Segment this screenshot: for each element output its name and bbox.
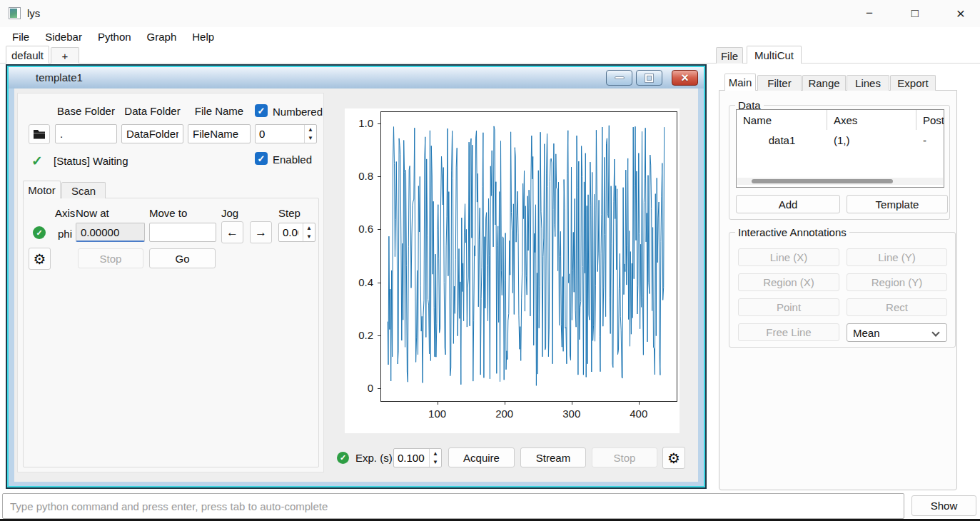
spin-up-icon[interactable]: ▲ <box>430 449 441 458</box>
stream-button[interactable]: Stream <box>520 447 586 467</box>
y-tick <box>378 123 380 124</box>
x-tick-label: 200 <box>493 408 516 420</box>
close-icon: × <box>681 71 689 84</box>
enabled-checkbox[interactable]: ✓ <box>255 152 268 165</box>
mdi-minimize-button[interactable] <box>606 70 632 86</box>
y-tick-label: 1.0 <box>350 117 373 129</box>
file-number-spinbox[interactable]: ▲▼ <box>255 124 317 143</box>
exposure-input[interactable] <box>394 449 428 467</box>
cell-name[interactable]: data1 <box>737 130 827 150</box>
window-maximize-button[interactable]: □ <box>907 6 923 21</box>
file-name-label: File Name <box>188 105 251 117</box>
menu-help[interactable]: Help <box>184 31 222 43</box>
x-tick <box>438 402 438 405</box>
aggregation-combobox[interactable]: Mean <box>847 323 947 342</box>
show-button[interactable]: Show <box>911 495 976 516</box>
x-tick <box>505 402 505 405</box>
plot-line <box>388 126 665 386</box>
workspace-tab-default[interactable]: default <box>6 46 49 64</box>
menu-python[interactable]: Python <box>90 31 139 43</box>
spin-up-icon[interactable]: ▲ <box>303 223 315 233</box>
point-button[interactable]: Point <box>738 298 839 316</box>
x-tick <box>572 402 572 405</box>
app-icon <box>9 7 21 19</box>
line-y-button[interactable]: Line (Y) <box>847 248 947 266</box>
tab-lines[interactable]: Lines <box>847 75 889 91</box>
tab-scan[interactable]: Scan <box>61 182 106 198</box>
free-line-button[interactable]: Free Line <box>738 323 839 341</box>
jog-right-button[interactable]: → <box>250 221 272 243</box>
acquire-stop-button[interactable]: Stop <box>592 447 657 467</box>
minimize-icon <box>615 76 625 79</box>
step-spinbox[interactable]: ▲▼ <box>278 223 315 242</box>
spin-up-icon[interactable]: ▲ <box>305 125 316 134</box>
column-header-axes[interactable]: Axes <box>827 110 916 130</box>
new-workspace-tab-button[interactable]: + <box>51 47 79 64</box>
file-number-input[interactable] <box>256 125 303 143</box>
acquire-settings-button[interactable]: ⚙ <box>662 447 685 469</box>
exposure-spinbox[interactable]: ▲▼ <box>393 448 442 467</box>
menu-graph[interactable]: Graph <box>139 31 185 43</box>
column-separator <box>916 110 916 130</box>
now-at-input[interactable] <box>76 223 145 242</box>
jog-left-button[interactable]: ← <box>221 221 243 243</box>
tab-main[interactable]: Main <box>724 74 756 91</box>
menu-file[interactable]: File <box>4 31 37 43</box>
window-minimize-button[interactable]: − <box>862 6 877 21</box>
tab-bar-line <box>0 63 980 64</box>
cell-axes[interactable]: (1,) <box>834 130 912 150</box>
move-to-header: Move to <box>149 207 187 219</box>
mdi-titlebar[interactable]: template1 × <box>9 67 704 88</box>
spin-down-icon[interactable]: ▼ <box>305 134 316 143</box>
sidebar-tab-file[interactable]: File <box>716 47 743 64</box>
mdi-close-button[interactable]: × <box>672 70 698 86</box>
y-tick <box>378 229 380 230</box>
status-check-icon: ✓ <box>31 153 43 169</box>
tab-motor[interactable]: Motor <box>23 181 61 198</box>
window-close-button[interactable]: × <box>953 5 969 22</box>
motor-go-button[interactable]: Go <box>149 248 216 268</box>
data-table[interactable]: Name Axes Postpr data1 (1,) - <box>736 109 944 188</box>
menu-bar: File Sidebar Python Graph Help <box>0 27 980 46</box>
numbered-checkbox[interactable]: ✓ <box>255 104 268 117</box>
chevron-down-icon <box>931 328 939 336</box>
region-y-button[interactable]: Region (Y) <box>847 273 947 291</box>
axis-name: phi <box>58 228 72 240</box>
column-separator <box>827 110 827 130</box>
mdi-window-template1: template1 × Base Folder Data Folder File… <box>6 64 707 489</box>
motor-settings-button[interactable]: ⚙ <box>29 248 51 270</box>
tab-export[interactable]: Export <box>890 75 936 91</box>
mdi-maximize-button[interactable] <box>636 70 662 86</box>
browse-folder-button[interactable] <box>29 124 50 144</box>
step-input[interactable] <box>279 223 302 241</box>
motor-stop-button[interactable]: Stop <box>78 248 143 268</box>
add-button[interactable]: Add <box>736 195 840 213</box>
data-folder-input[interactable] <box>121 124 183 143</box>
tab-filter[interactable]: Filter <box>757 75 802 91</box>
acquire-button[interactable]: Acquire <box>448 447 515 467</box>
template-button[interactable]: Template <box>847 195 948 213</box>
move-to-input[interactable] <box>149 223 216 242</box>
column-header-name[interactable]: Name <box>737 110 827 130</box>
rect-button[interactable]: Rect <box>847 298 947 316</box>
step-header: Step <box>278 207 300 219</box>
scrollbar-thumb[interactable] <box>752 179 893 183</box>
exposure-status-icon: ✓ <box>337 452 349 464</box>
region-x-button[interactable]: Region (X) <box>738 273 839 291</box>
arrow-right-icon: → <box>255 226 267 240</box>
maximize-icon <box>645 74 653 82</box>
python-command-input[interactable] <box>2 493 904 519</box>
column-header-postprocess[interactable]: Postpr <box>916 110 944 130</box>
tab-range[interactable]: Range <box>802 75 846 91</box>
table-horizontal-scrollbar[interactable] <box>737 178 943 185</box>
line-x-button[interactable]: Line (X) <box>738 248 839 266</box>
menu-sidebar[interactable]: Sidebar <box>37 31 90 43</box>
spin-down-icon[interactable]: ▼ <box>303 233 315 242</box>
sidebar-tab-multicut[interactable]: MultiCut <box>747 46 802 64</box>
file-name-input[interactable] <box>188 124 251 143</box>
annotations-group-title: Interactive Annotations <box>735 226 849 238</box>
base-folder-input[interactable] <box>55 124 117 143</box>
plot-axes[interactable] <box>380 111 677 402</box>
spin-down-icon[interactable]: ▼ <box>430 458 441 467</box>
cell-postprocess[interactable]: - <box>923 130 943 150</box>
